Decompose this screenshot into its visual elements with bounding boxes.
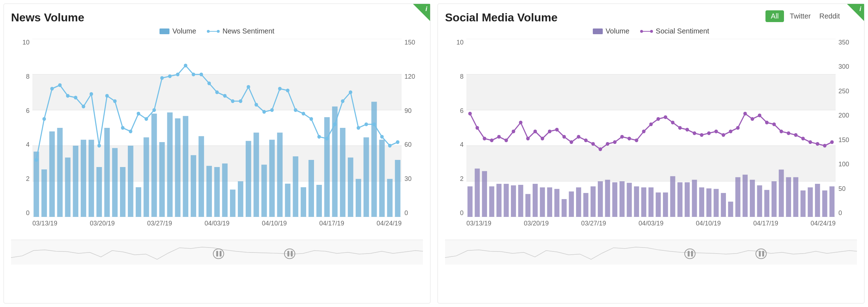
svg-rect-134	[540, 187, 545, 217]
svg-point-192	[591, 142, 595, 146]
svg-rect-135	[547, 187, 552, 217]
svg-point-203	[671, 121, 675, 124]
sy-right-50: 50	[838, 185, 846, 193]
svg-rect-149	[648, 187, 653, 217]
svg-rect-130	[511, 185, 516, 217]
svg-rect-21	[104, 128, 110, 217]
svg-rect-108	[220, 251, 221, 257]
svg-point-211	[729, 130, 732, 133]
svg-rect-152	[670, 176, 675, 217]
svg-point-65	[82, 105, 85, 108]
x-label-0424: 04/24/19	[377, 220, 402, 227]
filter-twitter-button[interactable]: Twitter	[787, 11, 814, 22]
svg-rect-163	[750, 180, 755, 217]
news-chart-svg	[32, 39, 402, 217]
svg-point-88	[262, 110, 266, 114]
svg-point-201	[657, 117, 660, 121]
svg-point-101	[365, 123, 368, 126]
news-sentiment-legend-label: News Sentiment	[223, 27, 274, 35]
svg-point-219	[787, 131, 790, 135]
svg-point-2	[217, 30, 220, 33]
svg-point-89	[270, 108, 274, 112]
svg-point-209	[715, 130, 718, 133]
svg-rect-164	[757, 185, 762, 217]
svg-rect-136	[554, 189, 559, 217]
svg-point-207	[700, 133, 704, 137]
svg-rect-55	[371, 102, 377, 217]
svg-rect-153	[678, 182, 683, 217]
svg-point-194	[606, 142, 610, 146]
svg-rect-139	[576, 187, 581, 217]
svg-rect-172	[815, 184, 820, 217]
social-y-axis-right: 350 300 250 200 150 100 50 0	[836, 39, 857, 217]
social-chart-inner	[466, 39, 836, 217]
social-volume-panel: i Social Media Volume All Twitter Reddit…	[438, 4, 864, 303]
y-left-2: 2	[26, 175, 30, 183]
social-sentiment-legend: Social Sentiment	[640, 27, 709, 35]
social-x-axis: 03/13/19 03/20/19 03/27/19 04/03/19 04/1…	[466, 217, 836, 238]
svg-rect-45	[293, 156, 298, 217]
svg-rect-230	[759, 251, 760, 257]
svg-point-225	[830, 140, 834, 144]
svg-rect-167	[779, 170, 784, 217]
filter-all-button[interactable]: All	[765, 10, 784, 22]
svg-rect-127	[489, 186, 494, 217]
svg-rect-29	[167, 113, 172, 217]
svg-rect-46	[300, 187, 306, 217]
svg-point-114	[650, 30, 653, 33]
svg-point-64	[74, 96, 77, 99]
svg-point-191	[584, 139, 588, 142]
svg-point-66	[90, 92, 93, 96]
svg-rect-48	[317, 185, 322, 217]
sx-label-0313: 03/13/19	[466, 220, 491, 227]
svg-point-210	[722, 133, 725, 137]
svg-rect-15	[57, 128, 63, 217]
svg-point-208	[707, 131, 711, 135]
news-mini-svg	[11, 240, 423, 265]
svg-rect-35	[214, 167, 220, 217]
svg-point-61	[50, 87, 54, 90]
svg-point-185	[541, 137, 544, 140]
svg-rect-170	[800, 191, 805, 217]
svg-rect-138	[569, 192, 574, 217]
svg-rect-129	[504, 184, 509, 217]
svg-rect-39	[246, 141, 251, 217]
svg-point-213	[743, 112, 747, 115]
news-x-axis: 03/13/19 03/20/19 03/27/19 04/03/19 04/1…	[32, 217, 402, 238]
svg-point-62	[58, 83, 62, 87]
svg-rect-47	[309, 160, 314, 217]
sy-right-100: 100	[838, 161, 849, 168]
svg-point-200	[649, 123, 653, 126]
svg-point-72	[137, 112, 140, 115]
sx-label-0403: 04/03/19	[638, 220, 663, 227]
sy-right-200: 200	[838, 112, 849, 119]
svg-point-83	[223, 94, 227, 98]
svg-rect-140	[583, 193, 588, 217]
svg-point-197	[628, 137, 631, 140]
svg-point-63	[66, 94, 69, 98]
filter-reddit-button[interactable]: Reddit	[816, 11, 843, 22]
social-sentiment-legend-label: Social Sentiment	[656, 27, 709, 35]
svg-rect-157	[706, 188, 711, 217]
svg-point-95	[317, 135, 321, 139]
sy-right-0: 0	[838, 209, 842, 217]
svg-rect-38	[238, 181, 243, 217]
x-label-0417: 04/17/19	[319, 220, 344, 227]
svg-rect-168	[786, 177, 791, 217]
svg-point-90	[278, 87, 282, 90]
svg-rect-13	[41, 170, 47, 217]
sx-label-0320: 03/20/19	[524, 220, 549, 227]
social-volume-legend: Volume	[593, 27, 629, 35]
svg-rect-56	[379, 140, 385, 217]
svg-point-217	[772, 123, 776, 126]
svg-point-195	[613, 140, 617, 144]
svg-point-202	[664, 115, 667, 119]
svg-point-206	[693, 131, 696, 135]
svg-point-223	[816, 142, 819, 146]
svg-rect-25	[136, 187, 141, 217]
svg-point-205	[685, 128, 689, 131]
svg-rect-144	[612, 182, 617, 217]
svg-rect-116	[466, 74, 836, 110]
svg-rect-20	[96, 167, 102, 217]
x-label-0313: 03/13/19	[32, 220, 57, 227]
